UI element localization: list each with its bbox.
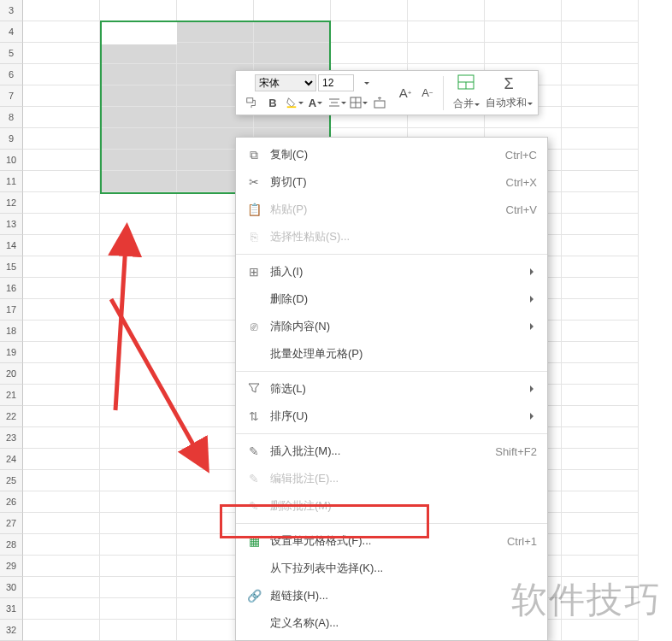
cell[interactable] <box>562 256 639 278</box>
row-insert-icon[interactable] <box>369 94 390 111</box>
cell[interactable] <box>562 107 639 128</box>
cell[interactable] <box>562 171 639 192</box>
cell[interactable] <box>100 299 177 320</box>
row-header[interactable]: 18 <box>0 320 23 342</box>
row-header[interactable]: 29 <box>0 556 23 577</box>
cell[interactable] <box>100 534 177 556</box>
cell[interactable] <box>23 491 100 513</box>
cell[interactable] <box>23 64 100 85</box>
cell[interactable] <box>485 0 562 21</box>
menu-insert-comment[interactable]: ✎ 插入批注(M)... Shift+F2 <box>236 438 547 465</box>
cell[interactable] <box>100 235 177 256</box>
font-name-select[interactable]: 宋体 <box>255 74 316 91</box>
cell[interactable] <box>562 0 639 21</box>
cell[interactable] <box>562 385 639 406</box>
font-size-select[interactable] <box>318 74 354 91</box>
cell[interactable] <box>562 128 639 150</box>
row-header[interactable]: 7 <box>0 85 23 107</box>
cell[interactable] <box>23 513 100 534</box>
cell[interactable] <box>23 470 100 491</box>
cell[interactable] <box>562 342 639 363</box>
fill-color-button[interactable] <box>284 94 304 111</box>
row-header[interactable]: 17 <box>0 299 23 320</box>
row-header[interactable]: 32 <box>0 620 23 641</box>
cell[interactable] <box>100 0 177 21</box>
cell[interactable] <box>23 256 100 278</box>
cell[interactable] <box>254 0 331 21</box>
cell[interactable] <box>100 577 177 598</box>
menu-filter[interactable]: 筛选(L) <box>236 375 547 403</box>
cell[interactable] <box>562 150 639 171</box>
row-header[interactable]: 6 <box>0 64 23 85</box>
cell[interactable] <box>23 363 100 385</box>
row-header[interactable]: 8 <box>0 107 23 128</box>
cell[interactable] <box>23 0 100 21</box>
cell[interactable] <box>23 320 100 342</box>
cell[interactable] <box>562 192 639 214</box>
cell[interactable] <box>562 21 639 43</box>
cell[interactable] <box>562 534 639 556</box>
cell[interactable] <box>485 43 562 64</box>
menu-hyperlink[interactable]: 🔗 超链接(H)... <box>236 582 547 609</box>
row-header[interactable]: 27 <box>0 513 23 534</box>
cell[interactable] <box>23 299 100 320</box>
row-header[interactable]: 25 <box>0 470 23 491</box>
cell[interactable] <box>100 214 177 235</box>
row-header[interactable]: 12 <box>0 192 23 214</box>
menu-sort[interactable]: ⇅ 排序(U) <box>236 403 547 430</box>
row-header[interactable]: 10 <box>0 150 23 171</box>
cell[interactable] <box>100 192 177 214</box>
cell[interactable] <box>177 0 254 21</box>
row-header[interactable]: 22 <box>0 406 23 427</box>
cell[interactable] <box>100 598 177 620</box>
menu-define-name[interactable]: 定义名称(A)... <box>236 609 547 637</box>
row-header[interactable]: 30 <box>0 577 23 598</box>
cell[interactable] <box>23 150 100 171</box>
row-header[interactable]: 23 <box>0 427 23 449</box>
menu-clear[interactable]: ⎚ 清除内容(N) <box>236 313 547 340</box>
cell[interactable] <box>23 107 100 128</box>
menu-copy[interactable]: ⧉ 复制(C) Ctrl+C <box>236 141 547 168</box>
cell[interactable] <box>408 21 485 43</box>
row-header[interactable]: 20 <box>0 363 23 385</box>
cell[interactable] <box>23 21 100 43</box>
row-header[interactable]: 15 <box>0 256 23 278</box>
cell[interactable] <box>23 192 100 214</box>
row-header[interactable]: 14 <box>0 235 23 256</box>
decrease-font-icon[interactable]: A− <box>417 85 438 102</box>
row-header[interactable]: 28 <box>0 534 23 556</box>
cell[interactable] <box>562 278 639 299</box>
row-header[interactable]: 19 <box>0 342 23 363</box>
cell[interactable] <box>23 85 100 107</box>
cell[interactable] <box>562 214 639 235</box>
cell[interactable] <box>23 214 100 235</box>
align-button[interactable] <box>327 94 347 111</box>
cell[interactable] <box>23 171 100 192</box>
cell[interactable] <box>23 128 100 150</box>
cell[interactable] <box>100 620 177 641</box>
cell[interactable] <box>23 43 100 64</box>
cell[interactable] <box>100 342 177 363</box>
cell[interactable] <box>23 385 100 406</box>
bold-button[interactable]: B <box>262 94 283 111</box>
cell[interactable] <box>485 21 562 43</box>
row-header[interactable]: 11 <box>0 171 23 192</box>
cell[interactable] <box>23 235 100 256</box>
cell[interactable] <box>100 513 177 534</box>
cell[interactable] <box>100 470 177 491</box>
cell[interactable] <box>562 363 639 385</box>
menu-pick-list[interactable]: 从下拉列表中选择(K)... <box>236 555 547 582</box>
cell[interactable] <box>100 278 177 299</box>
format-painter-icon[interactable] <box>241 94 262 111</box>
cell[interactable] <box>408 0 485 21</box>
row-header[interactable]: 24 <box>0 449 23 470</box>
cell[interactable] <box>23 534 100 556</box>
row-header[interactable]: 21 <box>0 385 23 406</box>
cell[interactable] <box>331 43 408 64</box>
cell[interactable] <box>562 491 639 513</box>
cell[interactable] <box>23 278 100 299</box>
cell[interactable] <box>23 449 100 470</box>
cell[interactable] <box>331 0 408 21</box>
menu-insert[interactable]: ⊞ 插入(I) <box>236 258 547 285</box>
increase-font-icon[interactable]: A+ <box>395 85 416 102</box>
